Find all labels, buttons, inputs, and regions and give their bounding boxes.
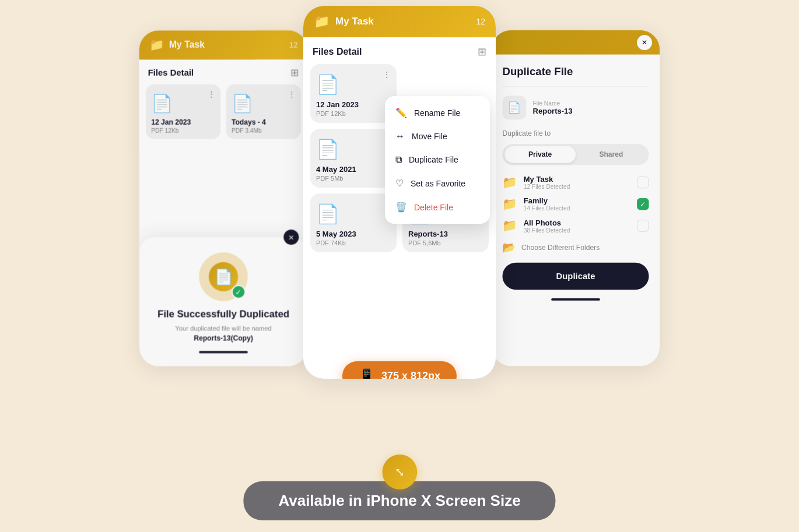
home-indicator-left	[199, 351, 248, 353]
dup-divider	[502, 86, 649, 87]
toggle-private[interactable]: Private	[504, 146, 576, 163]
ctx-duplicate[interactable]: ⧉ Duplicate File	[385, 148, 490, 171]
dup-folder-row-0[interactable]: 📁 My Task 12 Files Detected	[502, 175, 649, 190]
ctx-move[interactable]: ↔️ Move File	[385, 125, 490, 148]
grid-icon-center[interactable]: ⊞	[478, 45, 486, 58]
success-subtitle: Your duplicated file will be named	[175, 325, 271, 332]
size-badge: 📱 375 x 812px	[342, 361, 457, 379]
check-icon: 📄	[214, 268, 233, 286]
files-detail-row-left: Files Detail ⊞	[139, 59, 307, 84]
ctx-rename[interactable]: ✏️ Rename File	[385, 101, 490, 125]
ctx-favorite[interactable]: ♡ Set as Favorite	[385, 171, 490, 195]
collapse-icon: ⤡	[395, 465, 405, 479]
dup-folder-meta-2: 38 Files Detected	[524, 227, 570, 233]
dup-folder-name-2: All Photos	[524, 218, 570, 227]
collapse-icon-btn[interactable]: ⤡	[382, 455, 417, 489]
dup-folder-name-1: Family	[524, 196, 570, 205]
check-badge: ✓	[232, 285, 246, 299]
file-name-c3: 4 May 2021	[316, 165, 356, 174]
dup-folder-row-2[interactable]: 📁 All Photos 38 Files Detected	[502, 218, 649, 233]
phone-center: 📁 My Task 12 Files Detail ⊞ ⋮ 📄 12 Jan 2…	[303, 6, 496, 379]
file-name-c6: Reports-13	[408, 230, 448, 238]
dup-file-name: Reports-13	[533, 107, 573, 115]
dup-radio-0[interactable]	[637, 177, 649, 188]
file-card-c1: ⋮ 📄 12 Jan 2023 PDF 12Kb	[310, 64, 397, 123]
dup-folder-left-2: 📁 All Photos 38 Files Detected	[502, 218, 570, 233]
phone-size-icon: 📱	[359, 368, 374, 379]
dup-duplicate-btn[interactable]: Duplicate	[502, 263, 649, 290]
phone-center-header: 📁 My Task 12	[303, 6, 496, 37]
dots-menu-1[interactable]: ⋮	[208, 90, 215, 98]
folder-icon-family: 📁	[502, 197, 517, 211]
file-meta-c6: PDF 5,6Mb	[408, 239, 441, 246]
phone-right: ✕ Duplicate File 📄 File Name Reports-13 …	[492, 30, 660, 367]
file-meta-c5: PDF 74Kb	[316, 239, 346, 246]
context-menu: ✏️ Rename File ↔️ Move File ⧉ Duplicate …	[385, 96, 490, 224]
duplicate-icon: ⧉	[395, 154, 402, 165]
success-modal: ✕ 📄 ✓ File Successfully Duplicated Your …	[139, 237, 307, 366]
phone-left-title: My Task	[169, 40, 205, 51]
dup-choose-row[interactable]: 📂 Choose Different Folders	[502, 241, 649, 253]
ctx-rename-label: Rename File	[414, 108, 460, 118]
file-doc-icon-c1: 📄	[316, 73, 339, 96]
ctx-favorite-label: Set as Favorite	[411, 179, 465, 188]
file-card-2: ⋮ 📄 Todays - 4 PDF 3.4Mb	[226, 84, 301, 139]
file-meta-2: PDF 3.4Mb	[232, 127, 262, 133]
file-doc-icon-c3: 📄	[316, 138, 339, 160]
file-card-1: ⋮ 📄 12 Jan 2023 PDF 12Kb	[146, 84, 220, 139]
dup-file-info: File Name Reports-13	[533, 100, 573, 115]
dup-title: Duplicate File	[502, 65, 649, 77]
file-name-c1: 12 Jan 2023	[316, 100, 359, 109]
file-doc-icon-c5: 📄	[316, 203, 339, 225]
dup-folder-meta-0: 12 Files Detected	[524, 184, 570, 190]
files-detail-title-center: Files Detail	[313, 47, 362, 57]
phones-row: 📁 My Task 12 Files Detail ⊞ ⋮ 📄 12 Jan 2…	[0, 0, 799, 379]
success-filename: Reports-13(Copy)	[194, 334, 253, 342]
phone-left-header: 📁 My Task 12	[139, 30, 307, 59]
modal-close-btn[interactable]: ✕	[283, 230, 299, 245]
file-meta-c3: PDF 5Mb	[316, 175, 343, 182]
dup-choose-text: Choose Different Folders	[521, 244, 600, 252]
success-title: File Successfully Duplicated	[157, 309, 289, 320]
bottom-section: ⤡ Available in iPhone X Screen Size	[243, 455, 555, 520]
grid-icon-left[interactable]: ⊞	[290, 67, 299, 79]
dup-toggle-row: Private Shared	[502, 144, 649, 165]
dup-radio-1[interactable]: ✓	[637, 198, 649, 210]
folder-icon: 📁	[149, 38, 164, 52]
favorite-icon: ♡	[395, 178, 404, 189]
file-meta-1: PDF 12Kb	[151, 127, 178, 133]
ctx-move-label: Move File	[412, 132, 447, 141]
files-detail-title-left: Files Detail	[148, 68, 194, 78]
files-detail-row-center: Files Detail ⊞	[303, 37, 496, 64]
home-indicator-right	[551, 298, 600, 301]
folder-icon-photos: 📁	[502, 219, 517, 232]
move-icon: ↔️	[395, 131, 405, 142]
delete-icon: 🗑️	[395, 202, 407, 213]
phone-center-title: My Task	[335, 16, 374, 27]
dots-menu-c1[interactable]: ⋮	[383, 70, 391, 79]
size-badge-label: 375 x 812px	[381, 370, 440, 379]
ctx-duplicate-label: Duplicate File	[409, 155, 458, 164]
file-meta-c1: PDF 12Kb	[316, 110, 346, 117]
file-name-2: Todays - 4	[232, 118, 266, 126]
ctx-delete-label: Delete File	[414, 203, 453, 212]
dup-radio-2[interactable]	[637, 220, 649, 231]
dup-file-label: File Name	[533, 100, 573, 107]
file-doc-icon-2: 📄	[232, 93, 253, 114]
dup-folder-meta-1: 14 Files Detected	[524, 205, 570, 212]
phone-left: 📁 My Task 12 Files Detail ⊞ ⋮ 📄 12 Jan 2…	[139, 30, 307, 367]
file-grid-left: ⋮ 📄 12 Jan 2023 PDF 12Kb ⋮ 📄 Todays - 4 …	[139, 84, 307, 146]
toggle-shared[interactable]: Shared	[576, 146, 647, 163]
ctx-delete[interactable]: 🗑️ Delete File	[385, 195, 490, 219]
dup-section-title: Duplicate file to	[502, 129, 649, 138]
dup-folder-row-1[interactable]: 📁 Family 14 Files Detected ✓	[502, 196, 649, 212]
phone-center-badge: 12	[476, 17, 485, 26]
dup-close-btn[interactable]: ✕	[637, 35, 652, 50]
dup-folder-name-0: My Task	[524, 175, 570, 184]
phone-left-badge: 12	[289, 40, 297, 49]
folder-icon-center: 📁	[314, 14, 330, 29]
dots-menu-2[interactable]: ⋮	[288, 90, 296, 98]
dup-file-icon: 📄	[502, 96, 526, 119]
file-doc-icon-1: 📄	[151, 93, 173, 114]
file-card-c3: ⋮ 📄 4 May 2021 PDF 5Mb	[310, 129, 397, 188]
